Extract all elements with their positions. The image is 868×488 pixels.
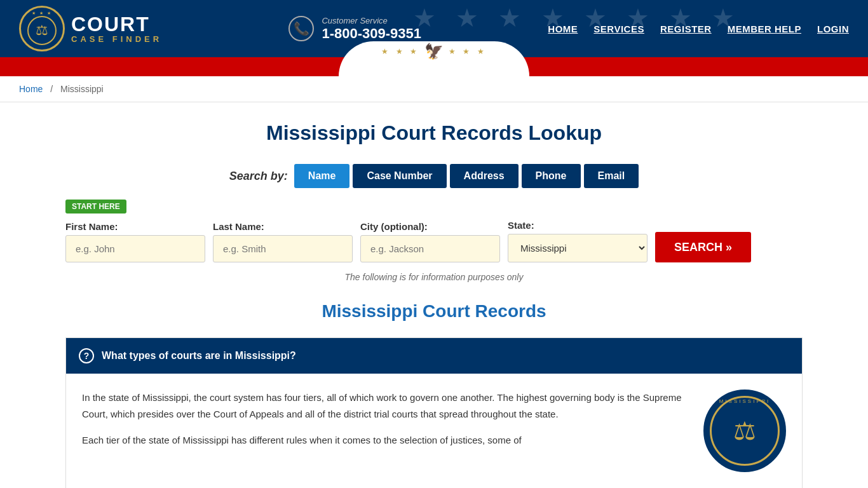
tab-phone[interactable]: Phone: [522, 164, 581, 188]
tab-case-number[interactable]: Case Number: [353, 164, 446, 188]
faq-item: ? What types of courts are in Mississipp…: [65, 337, 803, 488]
faq-question-icon: ?: [79, 348, 94, 363]
logo-court-label: COURT: [71, 14, 162, 34]
logo-balance-icon: ⚖: [36, 22, 48, 39]
faq-question-text: What types of courts are in Mississippi?: [102, 350, 296, 362]
breadcrumb-current: Mississippi: [60, 84, 104, 94]
start-here-badge: START HERE: [65, 200, 126, 214]
first-name-input[interactable]: [65, 235, 205, 262]
eagle-stars-left: ★ ★ ★: [381, 47, 419, 56]
breadcrumb: Home / Mississippi: [0, 76, 868, 102]
seal-inner: ⚖: [710, 396, 780, 466]
tab-name[interactable]: Name: [294, 164, 350, 188]
mississippi-seal: MISSISSIPPI ⚖: [703, 390, 786, 472]
main-nav: HOME SERVICES REGISTER MEMBER HELP LOGIN: [548, 24, 849, 34]
breadcrumb-home-link[interactable]: Home: [19, 84, 43, 94]
search-button[interactable]: SEARCH »: [655, 232, 751, 262]
tab-address[interactable]: Address: [450, 164, 519, 188]
last-name-label: Last Name:: [213, 221, 353, 232]
faq-body-text: In the state of Mississippi, the court s…: [82, 390, 691, 472]
cs-phone: 1-800-309-9351: [322, 25, 421, 42]
search-by-label: Search by:: [229, 170, 288, 183]
faq-header[interactable]: ? What types of courts are in Mississipp…: [66, 338, 802, 374]
search-form-row: First Name: Last Name: City (optional): …: [65, 220, 803, 262]
state-select[interactable]: Mississippi: [508, 234, 648, 262]
search-form-area: START HERE First Name: Last Name: City (…: [65, 200, 803, 262]
red-banner: ★ ★ ★ 🦅 ★ ★ ★: [0, 57, 868, 76]
nav-login[interactable]: LOGIN: [817, 24, 849, 34]
logo-circle-inner: ⚖: [27, 16, 57, 45]
logo-circle: ⚖: [19, 6, 65, 51]
nav-services[interactable]: SERVICES: [593, 24, 644, 34]
nav-register[interactable]: REGISTER: [660, 24, 712, 34]
breadcrumb-separator: /: [50, 84, 53, 94]
customer-service: 📞 Customer Service 1-800-309-9351: [288, 16, 421, 42]
logo-finder-label: CASE FINDER: [71, 34, 162, 44]
info-note: The following is for information purpose…: [65, 272, 803, 282]
tab-email[interactable]: Email: [584, 164, 639, 188]
faq-paragraph-1: In the state of Mississippi, the court s…: [82, 390, 691, 422]
city-input[interactable]: [360, 235, 500, 262]
section-title: Mississippi Court Records: [65, 301, 803, 322]
faq-paragraph-2: Each tier of the state of Mississippi ha…: [82, 432, 691, 449]
main-content: Mississippi Court Records Lookup Search …: [53, 102, 815, 488]
first-name-label: First Name:: [65, 221, 205, 232]
nav-member-help[interactable]: MEMBER HELP: [728, 24, 801, 34]
eagle-center: ★ ★ ★ 🦅 ★ ★ ★: [381, 46, 486, 64]
phone-icon: 📞: [288, 16, 314, 41]
faq-body: In the state of Mississippi, the court s…: [66, 374, 802, 488]
page-title: Mississippi Court Records Lookup: [65, 121, 803, 145]
last-name-group: Last Name:: [213, 221, 353, 262]
search-tabs: Name Case Number Address Phone Email: [294, 164, 639, 188]
last-name-input[interactable]: [213, 235, 353, 262]
seal-text: MISSISSIPPI: [719, 397, 771, 406]
logo-text: COURT CASE FINDER: [71, 14, 162, 44]
search-by-row: Search by: Name Case Number Address Phon…: [65, 164, 803, 188]
eagle-stars-right: ★ ★ ★: [449, 47, 487, 56]
eagle-row: ★ ★ ★ 🦅 ★ ★ ★: [381, 43, 486, 60]
state-label: State:: [508, 220, 648, 231]
seal-balance-icon: ⚖: [733, 409, 756, 452]
cs-text: Customer Service 1-800-309-9351: [322, 16, 421, 42]
city-label: City (optional):: [360, 221, 500, 232]
state-group: State: Mississippi: [508, 220, 648, 262]
logo-area: ⚖ COURT CASE FINDER: [19, 6, 162, 51]
nav-home[interactable]: HOME: [548, 24, 578, 34]
first-name-group: First Name:: [65, 221, 205, 262]
eagle-icon: 🦅: [424, 43, 444, 60]
cs-label: Customer Service: [322, 16, 421, 25]
city-group: City (optional):: [360, 221, 500, 262]
